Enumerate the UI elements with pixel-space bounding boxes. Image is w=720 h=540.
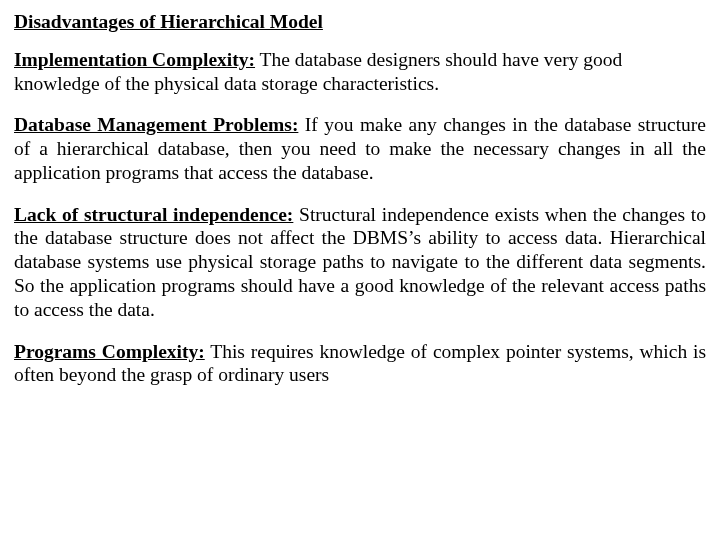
section-lead: Lack of structural independence: (14, 204, 293, 225)
section-lack-structural-independence: Lack of structural independence: Structu… (14, 203, 706, 322)
section-lead: Implementation Complexity: (14, 49, 255, 70)
section-implementation-complexity: Implementation Complexity: The database … (14, 48, 706, 96)
section-lead: Database Management Problems: (14, 114, 298, 135)
section-database-management-problems: Database Management Problems: If you mak… (14, 113, 706, 184)
section-lead: Programs Complexity: (14, 341, 205, 362)
section-programs-complexity: Programs Complexity: This requires knowl… (14, 340, 706, 388)
page-title: Disadvantages of Hierarchical Model (14, 10, 706, 34)
